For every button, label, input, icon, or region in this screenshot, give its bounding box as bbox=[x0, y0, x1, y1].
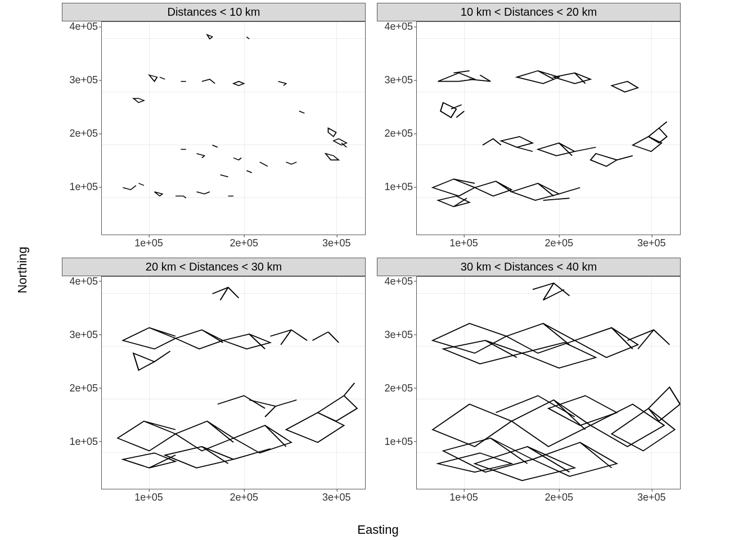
facet-2-panel bbox=[101, 276, 366, 490]
facet-0-title: Distances < 10 km bbox=[62, 3, 366, 21]
facet-3-network bbox=[417, 277, 680, 489]
facet-1-panel bbox=[416, 21, 681, 235]
y-axis-label: Northing bbox=[15, 246, 30, 293]
facet-3-title: 30 km < Distances < 40 km bbox=[377, 258, 681, 276]
facet-3-y-ticks: 1e+05 2e+05 3e+05 4e+05 bbox=[377, 276, 416, 490]
facet-0-panel bbox=[101, 21, 366, 235]
facet-2-y-ticks: 1e+05 2e+05 3e+05 4e+05 bbox=[62, 276, 101, 490]
facet-0-x-ticks: 1e+05 2e+05 3e+05 bbox=[101, 235, 366, 252]
facet-2-network bbox=[102, 277, 365, 489]
facet-1: 10 km < Distances < 20 km 1e+05 2e+05 3e… bbox=[377, 3, 681, 252]
facet-grid: Distances < 10 km 1e+05 2e+05 3e+05 4e+0… bbox=[62, 3, 681, 506]
facet-1-y-ticks: 1e+05 2e+05 3e+05 4e+05 bbox=[377, 21, 416, 235]
facet-1-x-ticks: 1e+05 2e+05 3e+05 bbox=[416, 235, 681, 252]
facet-3-x-ticks: 1e+05 2e+05 3e+05 bbox=[416, 489, 681, 506]
facet-2-title: 20 km < Distances < 30 km bbox=[62, 258, 366, 276]
facet-1-network bbox=[417, 22, 680, 235]
facet-0-network bbox=[102, 22, 365, 235]
facet-0: Distances < 10 km 1e+05 2e+05 3e+05 4e+0… bbox=[62, 3, 366, 252]
facet-2: 20 km < Distances < 30 km 1e+05 2e+05 3e… bbox=[62, 258, 366, 507]
facet-2-x-ticks: 1e+05 2e+05 3e+05 bbox=[101, 489, 366, 506]
facet-3: 30 km < Distances < 40 km 1e+05 2e+05 3e… bbox=[377, 258, 681, 507]
facet-1-title: 10 km < Distances < 20 km bbox=[377, 3, 681, 21]
facet-3-panel bbox=[416, 276, 681, 490]
facet-0-y-ticks: 1e+05 2e+05 3e+05 4e+05 bbox=[62, 21, 101, 235]
x-axis-label: Easting bbox=[357, 523, 398, 537]
